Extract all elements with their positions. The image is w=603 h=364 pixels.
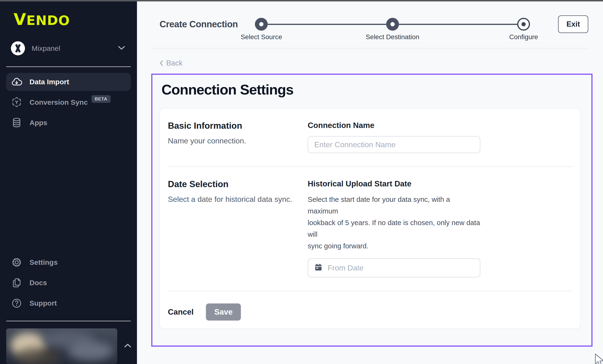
step-dot-current [517,18,530,31]
step-dot-completed [255,18,268,31]
sidebar-item-data-import[interactable]: Data Import [6,73,131,91]
back-link[interactable]: Back [160,59,183,67]
step-connector [268,24,386,25]
account-detail-blur [16,347,58,364]
sidebar-item-label: Apps [29,119,47,127]
exit-button[interactable]: Exit [558,15,588,33]
historical-upload-description: Select the start date for your data sync… [308,194,480,252]
step-dot-completed [386,18,399,31]
sync-icon [11,97,22,108]
calendar-icon [314,263,323,273]
chevron-left-icon [160,60,163,66]
step-select-destination: Select Destination [386,18,399,31]
back-label: Back [166,59,183,67]
section-subtext: Name your connection. [168,136,308,145]
sidebar-divider [6,66,131,67]
sidebar-item-label: Settings [29,258,58,266]
sidebar-item-label: Docs [29,279,47,287]
sidebar-item-apps[interactable]: Apps [6,114,131,132]
account-row [6,328,131,364]
sidebar-footer-nav: Settings Docs [6,253,131,312]
account-detail-blur [68,342,113,360]
page-title: Create Connection [160,19,238,29]
sidebar-item-label: Support [29,299,57,307]
content-area: Back Connection Settings Basic Informati… [137,48,603,364]
form-actions: Cancel Save [167,291,573,329]
step-select-source: Select Source [255,18,268,31]
connection-name-label: Connection Name [308,121,480,130]
sidebar-item-label: Data Import [29,78,69,86]
sidebar-spacer [6,132,131,253]
beta-badge: BETA [92,95,111,103]
sidebar-divider [6,321,131,321]
account-menu[interactable] [6,328,117,364]
mixpanel-icon [11,41,25,55]
step-label: Configure [509,33,538,41]
app-root: VENDO Mixpanel [0,0,603,364]
sidebar-item-support[interactable]: Support [6,294,131,312]
chevron-down-icon [118,46,125,51]
stepper: Select Source Select Destination Configu… [255,18,530,31]
cloud-download-icon [11,76,22,88]
vendo-logo: VENDO [13,10,131,29]
sidebar-item-docs[interactable]: Docs [6,274,131,292]
section-heading: Basic Information [168,121,308,131]
from-date-field[interactable] [308,258,480,277]
step-label: Select Source [241,33,282,41]
settings-card: Basic Information Name your connection. … [160,108,580,329]
workspace-switcher[interactable]: Mixpanel [11,41,131,55]
main-area: Create Connection Select Source Select D… [137,0,603,364]
page-header: Create Connection Select Source Select D… [137,0,603,48]
panel-title: Connection Settings [162,81,580,98]
sidebar-item-settings[interactable]: Settings [6,253,131,271]
step-configure: Configure [517,18,530,31]
connection-settings-panel: Connection Settings Basic Information Na… [151,74,592,347]
gear-icon [11,257,22,268]
step-connector [399,24,517,25]
connection-name-input[interactable] [308,136,480,153]
section-subtext: Select a date for historical data sync. [168,195,308,204]
historical-upload-label: Historical Upload Start Date [308,179,480,188]
sidebar-item-conversion-sync[interactable]: Conversion Sync BETA [6,93,131,111]
window-top-edge [0,0,603,1]
sidebar-item-label: Conversion Sync [29,98,88,106]
workspace-name: Mixpanel [32,44,60,53]
step-label: Select Destination [366,33,419,41]
docs-icon [11,277,22,288]
save-button[interactable]: Save [206,303,241,320]
chevron-up-icon [124,343,131,349]
section-basic-information: Basic Information Name your connection. … [167,109,573,166]
database-icon [11,117,22,128]
mouse-cursor [594,353,603,364]
sidebar: VENDO Mixpanel [0,0,137,364]
help-icon [11,298,22,309]
sidebar-nav: Data Import Conversion Sync [6,73,131,132]
from-date-input[interactable] [328,264,474,272]
section-date-selection: Date Selection Select a date for histori… [167,167,573,291]
cancel-button[interactable]: Cancel [168,305,194,319]
section-heading: Date Selection [168,179,308,189]
